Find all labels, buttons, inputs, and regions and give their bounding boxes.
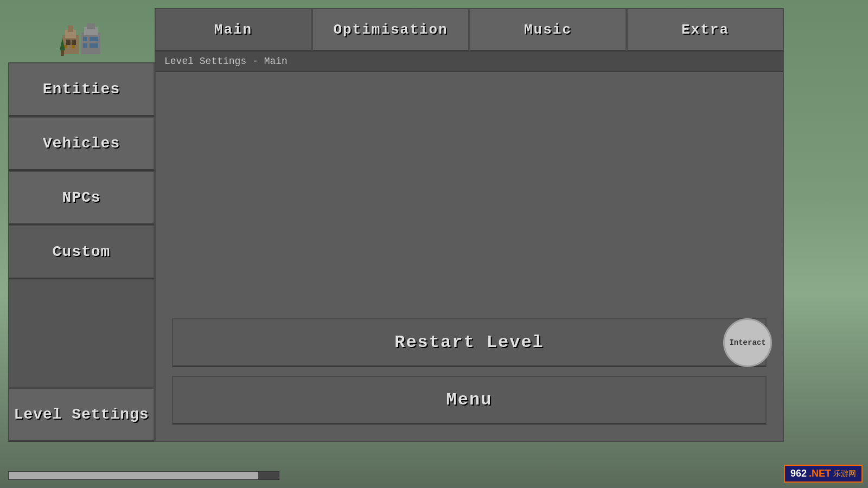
svg-rect-10 [83, 37, 87, 41]
watermark: 962 .NET 乐游网 [784, 465, 863, 483]
scrollbar-thumb[interactable] [9, 472, 258, 479]
sidebar-spacer [8, 279, 155, 388]
main-panel: Entities Vehicles NPCs Custom Level Sett… [8, 8, 784, 442]
logo-icon [60, 14, 103, 57]
svg-rect-15 [94, 43, 98, 48]
tab-main-label: Main [214, 22, 252, 38]
sidebar-npcs-label: NPCs [62, 189, 100, 206]
restart-level-label: Restart Level [394, 332, 544, 352]
interact-badge-label: Interact [729, 338, 765, 347]
logo-area [8, 8, 155, 62]
svg-rect-14 [90, 43, 94, 48]
tab-optimisation[interactable]: Optimisation [312, 8, 469, 52]
tab-music[interactable]: Music [469, 8, 627, 52]
sidebar-entities-label: Entities [43, 81, 120, 98]
menu-button[interactable]: Menu [172, 376, 767, 425]
restart-level-button[interactable]: Restart Level [172, 318, 767, 367]
sidebar-item-entities[interactable]: Entities [8, 62, 155, 117]
menu-label: Menu [446, 390, 493, 410]
tab-music-label: Music [524, 22, 572, 38]
svg-rect-9 [87, 23, 95, 29]
svg-rect-16 [61, 50, 64, 56]
tab-main[interactable]: Main [155, 8, 312, 52]
sidebar-item-npcs[interactable]: NPCs [8, 171, 155, 225]
sidebar-custom-label: Custom [53, 243, 111, 260]
watermark-number: 962 [790, 468, 807, 479]
svg-rect-2 [68, 25, 73, 32]
svg-rect-4 [72, 40, 76, 45]
tab-extra-label: Extra [681, 22, 729, 38]
svg-rect-11 [90, 37, 94, 41]
scrollbar-area[interactable] [8, 471, 279, 480]
svg-rect-12 [94, 37, 98, 41]
tab-extra[interactable]: Extra [627, 8, 784, 52]
sidebar-item-vehicles[interactable]: Vehicles [8, 117, 155, 171]
tab-optimisation-label: Optimisation [333, 22, 448, 38]
svg-rect-13 [83, 43, 87, 48]
content-main: Restart Level Interact Menu [156, 72, 783, 441]
tab-bar: Main Optimisation Music Extra [155, 8, 784, 52]
sidebar-level-settings-label: Level Settings [14, 406, 149, 423]
content-header-text: Level Settings - Main [164, 56, 288, 67]
svg-rect-3 [66, 40, 71, 45]
interact-badge[interactable]: Interact [723, 318, 772, 367]
svg-rect-6 [72, 45, 75, 48]
content-area: Main Optimisation Music Extra Level Sett… [155, 8, 784, 442]
watermark-net: .NET [809, 468, 831, 479]
content-header: Level Settings - Main [156, 52, 783, 72]
restart-level-container: Restart Level Interact [172, 318, 767, 367]
sidebar-item-custom[interactable]: Custom [8, 225, 155, 279]
menu-container: Menu [172, 376, 767, 425]
sidebar: Entities Vehicles NPCs Custom Level Sett… [8, 8, 155, 442]
content-body: Level Settings - Main Restart Level Inte… [155, 52, 784, 442]
watermark-sub: 乐游网 [833, 469, 856, 479]
sidebar-item-level-settings[interactable]: Level Settings [8, 388, 155, 442]
sidebar-vehicles-label: Vehicles [43, 135, 120, 152]
